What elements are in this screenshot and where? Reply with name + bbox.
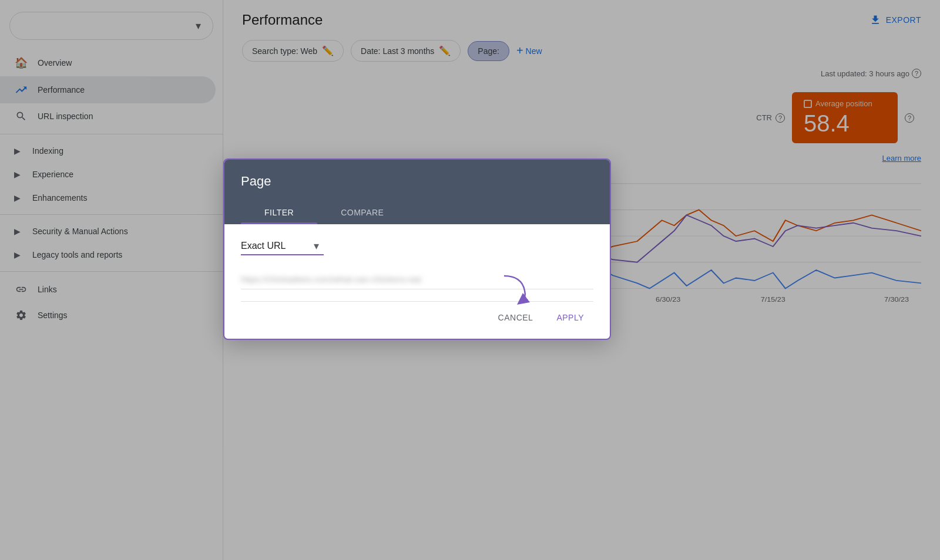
modal-overlay[interactable]: Page FILTER COMPARE Exact URL URL cont <box>223 0 940 560</box>
apply-button[interactable]: APPLY <box>547 308 593 327</box>
dialog-title: Page <box>241 174 593 189</box>
tab-filter-label: FILTER <box>264 208 294 217</box>
dialog-tabs: FILTER COMPARE <box>241 201 593 224</box>
cancel-label: CANCEL <box>498 313 533 322</box>
tab-compare-label: COMPARE <box>341 208 384 217</box>
url-type-underline <box>241 254 324 255</box>
page-filter-dialog: Page FILTER COMPARE Exact URL URL cont <box>223 158 611 340</box>
url-input-area: https://chickadees.com/what-can-chickens… <box>241 269 593 289</box>
url-input-blurred-text: https://chickadees.com/what-can-chickens… <box>241 274 593 284</box>
apply-label: APPLY <box>556 313 584 322</box>
url-type-dropdown[interactable]: Exact URL URL contains URL starts with <box>241 238 324 253</box>
main-content: Performance EXPORT Search type: Web ✏️ D… <box>223 0 940 560</box>
dialog-body: Exact URL URL contains URL starts with ▾… <box>224 224 610 301</box>
cancel-button[interactable]: CANCEL <box>489 308 543 327</box>
dialog-footer: CANCEL APPLY <box>224 301 610 339</box>
tab-compare[interactable]: COMPARE <box>317 201 407 224</box>
tab-filter[interactable]: FILTER <box>241 201 317 224</box>
apply-arrow-annotation <box>498 273 539 305</box>
dialog-header: Page FILTER COMPARE <box>224 160 610 224</box>
url-type-select-wrapper: Exact URL URL contains URL starts with ▾ <box>241 238 324 255</box>
